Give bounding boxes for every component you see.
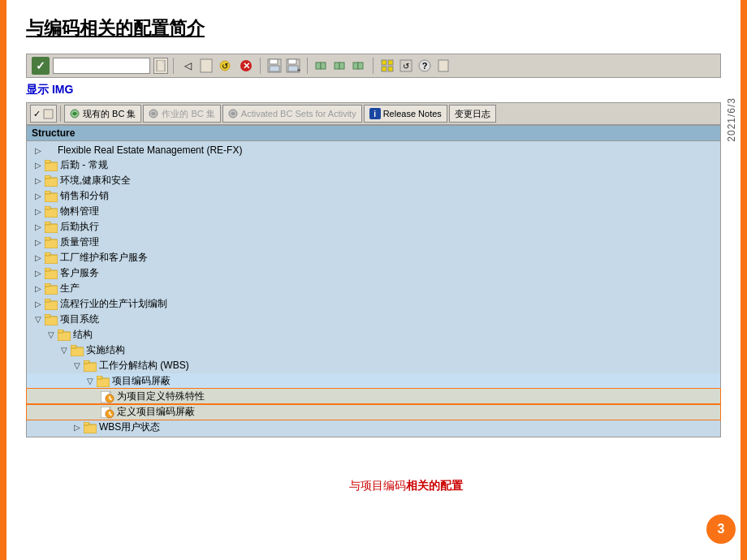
folder-icon — [84, 360, 97, 373]
right-buttons: ↺ ? — [378, 57, 452, 75]
tree-row[interactable]: ▷ 质量管理 — [27, 235, 720, 250]
tree-label: 实施结构 — [86, 343, 125, 357]
bc-check-btn[interactable]: ✓ — [30, 105, 57, 123]
tree-row[interactable]: ▽ 项目系统 — [27, 312, 720, 327]
tree-row[interactable]: ▽ 实施结构 — [27, 342, 720, 358]
bc-activated-btn[interactable]: Activated BC Sets for Activity — [222, 105, 362, 123]
svg-rect-22 — [388, 67, 393, 71]
svg-text:✕: ✕ — [243, 61, 250, 71]
tree-row[interactable]: ▷ 环境,健康和安全 — [27, 173, 720, 188]
tree-label: 流程行业的生产计划编制 — [60, 297, 167, 311]
svg-rect-7 — [270, 59, 278, 64]
nav-buttons: ◁ ↺ — [179, 57, 234, 75]
svg-rect-52 — [45, 317, 58, 325]
svg-text:↺: ↺ — [222, 62, 228, 71]
annotation-box: 与项目编码相关的配置 — [349, 478, 463, 493]
svg-rect-37 — [45, 191, 50, 194]
tree-arrow: ▷ — [33, 145, 43, 155]
svg-rect-16 — [339, 62, 344, 69]
sap-toolbar: ✓ ◁ ↺ ✕ — [26, 54, 721, 78]
page-number: 3 — [706, 515, 736, 544]
svg-rect-18 — [358, 62, 363, 69]
tree-row[interactable]: ▷ 流程行业的生产计划编制 — [27, 296, 720, 312]
tree-row[interactable]: ▷ 销售和分销 — [27, 188, 720, 204]
tree-row[interactable]: ▽ 结构 — [27, 327, 720, 342]
info-icon: i — [369, 108, 381, 119]
folder-icon — [45, 267, 58, 280]
bc-work-label: 作业的 BC 集 — [162, 108, 214, 120]
tree-arrow: ▷ — [33, 299, 43, 309]
svg-rect-21 — [382, 67, 386, 71]
toolbar-check[interactable]: ✓ — [32, 57, 50, 75]
folder-icon — [45, 221, 58, 234]
svg-rect-54 — [58, 332, 71, 341]
btn-a2[interactable] — [331, 57, 349, 75]
check-icon: ✓ — [36, 59, 45, 72]
bc-current-btn[interactable]: 现有的 BC 集 — [64, 105, 141, 123]
folder-icon — [45, 159, 58, 172]
page-icon-btn[interactable] — [197, 57, 215, 75]
svg-rect-38 — [45, 209, 58, 218]
tree-row-special2[interactable]: 定义项目编码屏蔽 — [27, 404, 720, 420]
save-btn[interactable] — [266, 57, 283, 75]
svg-rect-39 — [45, 206, 50, 209]
tree-arrow: ▷ — [33, 176, 43, 186]
tree-label: 为项目定义特殊特性 — [117, 390, 205, 403]
tree-arrow: ▷ — [33, 238, 43, 248]
tree-row[interactable]: ▽ 工作分解结构 (WBS) — [27, 358, 720, 373]
btn-a3[interactable] — [350, 57, 368, 75]
grid-btn[interactable] — [378, 57, 396, 75]
folder-icon — [45, 190, 58, 203]
nav-left-btn[interactable]: ◁ — [179, 57, 196, 75]
tree-arrow: ▷ — [33, 161, 43, 170]
tree-row[interactable]: ▷ 物料管理 — [27, 204, 720, 219]
tree-row[interactable]: ▷ Flexible Real Estate Management (RE-FX… — [27, 143, 720, 157]
structure-container: Structure ▷ Flexible Real Estate Managem… — [26, 125, 721, 437]
bc-work-btn[interactable]: 作业的 BC 集 — [143, 105, 220, 123]
bc-current-label: 现有的 BC 集 — [83, 108, 136, 120]
folder-icon — [45, 236, 58, 249]
save-buttons: + — [266, 57, 302, 75]
change-log-btn[interactable]: 变更日志 — [449, 105, 496, 123]
tree-arrow: ▷ — [33, 269, 43, 278]
doc2-btn[interactable] — [434, 57, 452, 75]
svg-rect-51 — [45, 299, 50, 302]
release-notes-label: Release Notes — [383, 109, 442, 118]
release-notes-btn[interactable]: i Release Notes — [364, 105, 447, 123]
folder-icon — [45, 174, 58, 187]
tree-row[interactable]: ▷ 工厂维护和客户服务 — [27, 250, 720, 265]
tree-arrow: ▷ — [72, 423, 82, 433]
refresh-btn[interactable]: ↺ — [216, 57, 234, 75]
bc-small-check: ✓ — [33, 109, 41, 119]
svg-rect-46 — [45, 270, 58, 279]
svg-rect-33 — [45, 160, 50, 163]
tree-label: 后勤 - 常规 — [60, 158, 108, 172]
tree-arrow: ▽ — [59, 346, 69, 355]
save-as-btn[interactable]: + — [284, 57, 302, 75]
help-btn[interactable]: ? — [416, 57, 434, 75]
svg-text:+: + — [297, 67, 300, 73]
tree-row[interactable]: ▷ 后勤执行 — [27, 219, 720, 235]
toolbar-search-input[interactable] — [53, 58, 150, 74]
tree-row[interactable]: ▷ 生产 — [27, 281, 720, 296]
refresh2-btn[interactable]: ↺ — [397, 57, 415, 75]
folder-icon — [71, 344, 84, 357]
svg-rect-61 — [97, 376, 102, 379]
date-sidebar: 2021/6/3 — [726, 97, 737, 142]
tree-label: 项目编码屏蔽 — [112, 374, 171, 388]
svg-rect-47 — [45, 268, 50, 271]
stop-btn[interactable]: ✕ — [237, 57, 255, 75]
sep3 — [307, 58, 308, 74]
tree-row[interactable]: ▷ 客户服务 — [27, 265, 720, 281]
right-border — [741, 0, 747, 560]
tree-row-highlight[interactable]: ▽ 项目编码屏蔽 — [27, 373, 720, 389]
svg-rect-32 — [45, 162, 58, 171]
bc-toolbar: ✓ 现有的 BC 集 作业的 BC 集 Activated — [26, 102, 721, 125]
svg-rect-49 — [45, 283, 50, 286]
extra-buttons — [313, 57, 368, 75]
tree-row-special1[interactable]: 为项目定义特殊特性 — [27, 389, 720, 404]
tree-label: 物料管理 — [60, 205, 99, 218]
tree-row[interactable]: ▷ 后勤 - 常规 — [27, 157, 720, 173]
btn-a1[interactable] — [313, 57, 330, 75]
tree-row[interactable]: ▷ WBS用户状态 — [27, 420, 720, 435]
